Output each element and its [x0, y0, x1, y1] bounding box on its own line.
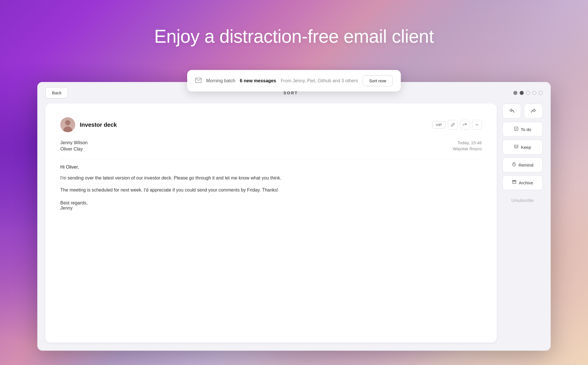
email-paragraph-1: I'm sending over the latest version of o… [60, 174, 482, 182]
reply-button[interactable] [502, 104, 521, 118]
todo-icon [514, 126, 519, 132]
archive-button[interactable]: Archive [502, 175, 543, 190]
email-greeting: Hi Oliver, [60, 165, 482, 170]
notification-banner: Morning batch 6 new messages From Jenny,… [187, 70, 401, 91]
window-dots [513, 91, 543, 95]
dot-3 [526, 91, 530, 95]
vip-tag: VIP [432, 121, 446, 128]
chevron-down-icon-button[interactable] [472, 120, 482, 130]
svg-rect-0 [196, 78, 201, 83]
reply-icon [509, 108, 515, 114]
avatar-image [60, 117, 75, 132]
email-tags: VIP [432, 120, 482, 130]
hero-title: Enjoy a distraction-free email client [0, 26, 588, 47]
window-body: Investor deck VIP [37, 104, 551, 351]
unsubscribe-button[interactable]: Unsubscribe [502, 194, 543, 207]
batch-name: Morning batch [206, 78, 235, 83]
email-meta-right: Today, 15:46 Waystar Royco [453, 140, 482, 151]
remind-label: Remind [519, 163, 533, 167]
email-participants: Jenny Wilson Oliver Clay [60, 140, 88, 152]
dot-2 [520, 91, 524, 95]
recipient-name: Oliver Clay [60, 147, 88, 152]
dot-5 [539, 91, 543, 95]
email-time: Today, 15:46 [457, 140, 482, 145]
remind-icon [512, 162, 516, 168]
from-text: From Jenny, Piet, Github and 3 others [281, 78, 358, 83]
dot-4 [532, 91, 536, 95]
forward-icon [531, 108, 536, 114]
email-divider [60, 159, 482, 159]
sender-name: Jenny Wilson [60, 140, 88, 145]
keep-icon [514, 144, 519, 150]
email-header-row: Investor deck VIP [60, 117, 482, 132]
email-sign-off: Jenny [60, 206, 482, 211]
back-button[interactable]: Back [45, 87, 68, 98]
keep-button[interactable]: Keep [502, 140, 543, 155]
email-closing: Best regards, Jenny [60, 200, 482, 211]
avatar [60, 117, 75, 132]
forward-button[interactable] [524, 104, 543, 118]
email-closing-text: Best regards, [60, 200, 482, 206]
dot-1 [513, 91, 517, 95]
todo-label: To do [521, 127, 531, 132]
remind-button[interactable]: Remind [502, 157, 543, 172]
email-company: Waystar Royco [453, 146, 482, 151]
email-body: Hi Oliver, I'm sending over the latest v… [60, 165, 482, 211]
app-window: Back SORT Investor deck VIP [37, 82, 551, 351]
svg-rect-1 [514, 127, 518, 130]
keep-label: Keep [521, 145, 531, 150]
email-paragraph-2: The meeting is scheduled for next week. … [60, 186, 482, 194]
email-subject: Investor deck [80, 122, 428, 128]
email-card: Investor deck VIP [45, 104, 497, 343]
edit-icon-button[interactable] [448, 120, 458, 130]
todo-button[interactable]: To do [502, 122, 543, 137]
reply-forward-row [502, 104, 543, 118]
email-meta: Jenny Wilson Oliver Clay Today, 15:46 Wa… [60, 140, 482, 152]
archive-label: Archive [519, 180, 533, 185]
mail-icon [195, 77, 202, 85]
new-count: 6 new messages [240, 78, 276, 83]
sort-now-button[interactable]: Sort now [363, 75, 393, 86]
action-panel: To do Keep [502, 104, 543, 343]
archive-icon [512, 180, 517, 186]
share-icon-button[interactable] [460, 120, 470, 130]
